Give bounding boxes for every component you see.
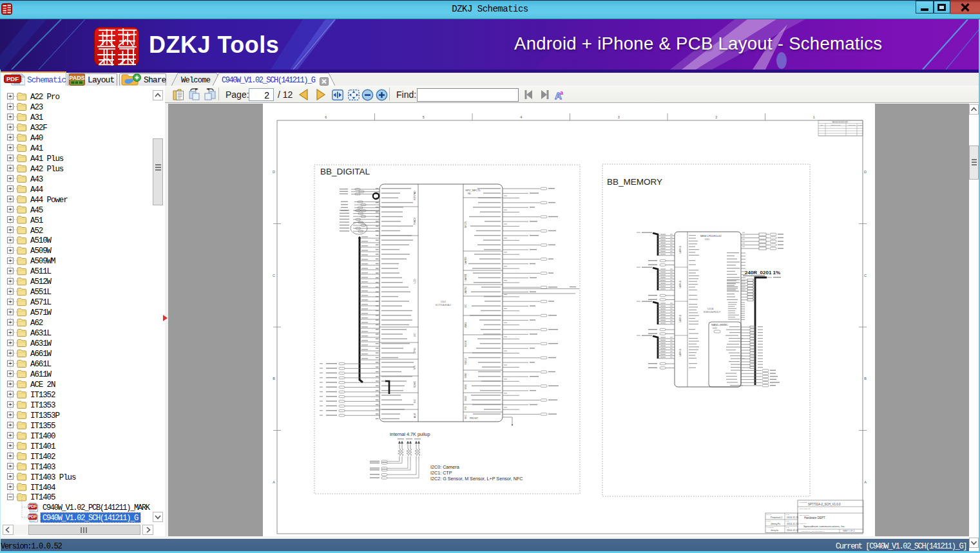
svg-text:5: 5 (423, 115, 425, 119)
svg-text:APPROVED: APPROVED (767, 527, 774, 528)
svg-text:DOCUMENT NO.: DOCUMENT NO. (800, 508, 811, 509)
svg-text:4: 4 (520, 115, 522, 119)
svg-text:I2C1: CTP: I2C1: CTP (430, 470, 452, 476)
svg-text:UART0: UART0 (465, 257, 467, 264)
svg-text:PDF: PDF (28, 504, 37, 509)
svg-text:JTAG: JTAG (465, 322, 467, 328)
svg-text:C940W_V1.02_SCH(141211)_G: C940W_V1.02_SCH(141211)_G (43, 514, 139, 523)
svg-text:A52: A52 (30, 227, 43, 236)
svg-text:A41 Plus: A41 Plus (30, 155, 64, 164)
svg-text:SDIO2: SDIO2 (465, 358, 467, 364)
svg-text:Spreadtrum communications, Inc: Spreadtrum communications, Inc. (803, 525, 845, 528)
svg-text:U101: U101 (441, 301, 446, 303)
svg-text:PROST: PROST (470, 417, 479, 420)
svg-text:NAND+EMMC: NAND+EMMC (711, 323, 728, 326)
svg-text:C: C (273, 274, 275, 277)
svg-text:LADR-B: LADR-B (679, 281, 682, 288)
svg-text:DATE: DATE (858, 124, 862, 126)
svg-text:2014-12-11: 2014-12-11 (787, 529, 798, 532)
svg-text:PDF: PDF (6, 75, 19, 82)
svg-text:3: 3 (618, 115, 620, 119)
svg-text:NFCTL: NFCTL (465, 221, 467, 228)
svg-text:PDF: PDF (28, 514, 37, 519)
svg-text:LADR-B: LADR-B (679, 246, 682, 254)
svg-text:DEPARTMENT: DEPARTMENT (800, 514, 810, 516)
svg-text:APPROVED: APPROVED (847, 124, 856, 126)
svg-text:LADR-B: LADR-B (679, 315, 682, 323)
svg-text:SEC: SEC (465, 414, 467, 419)
svg-text:SDMC: SDMC (414, 380, 416, 388)
svg-text:PAD: PAD (468, 192, 471, 195)
svg-text:LCD: LCD (414, 279, 416, 284)
svg-text:U202: U202 (713, 327, 718, 330)
svg-text:A509W: A509W (30, 247, 52, 256)
svg-text:A509WM: A509WM (30, 257, 55, 266)
svg-text:I2C: I2C (465, 304, 467, 308)
svg-text:2014-12-11: 2014-12-11 (787, 516, 798, 519)
svg-text:U201: U201 (705, 238, 710, 241)
svg-text:B: B (273, 377, 275, 380)
svg-text:UART1: UART1 (465, 274, 467, 281)
svg-text:SIM2: SIM2 (465, 396, 467, 401)
svg-text:C940W_V1.02_PCB(141211)_MARK: C940W_V1.02_PCB(141211)_MARK (43, 503, 151, 512)
svg-text:A510W: A510W (30, 236, 52, 245)
svg-text:A512W: A512W (30, 277, 52, 286)
svg-text:BB_MEMORY: BB_MEMORY (607, 177, 662, 187)
svg-text:A571L: A571L (30, 298, 52, 307)
svg-text:A41: A41 (30, 144, 43, 153)
svg-text:I2C0: Camera: I2C0: Camera (430, 464, 459, 470)
svg-text:A44 Power: A44 Power (30, 196, 68, 205)
svg-text:EIC: EIC (414, 399, 416, 403)
svg-text:IT1400: IT1400 (30, 432, 55, 441)
svg-text:CHECK: CHECK (767, 520, 772, 521)
svg-text:DATE: DATE (786, 520, 790, 521)
svg-text:COMPANY: COMPANY (800, 523, 807, 524)
svg-text:UART2: UART2 (465, 286, 467, 294)
svg-text:Perpetual.J: Perpetual.J (771, 516, 782, 519)
svg-text:ACE 2N: ACE 2N (30, 380, 55, 389)
svg-text:1: 1 (813, 115, 815, 119)
svg-text:DESCRIPTION: DESCRIPTION (831, 124, 841, 126)
svg-text:I2C: I2C (414, 333, 416, 337)
svg-text:SHEET 2 OF 12: SHEET 2 OF 12 (843, 530, 855, 532)
svg-text:IT1355: IT1355 (30, 422, 55, 431)
svg-text:A43: A43 (30, 175, 43, 184)
svg-text:240R_0201 1%: 240R_0201 1% (745, 270, 780, 276)
svg-text:A42 Plus: A42 Plus (30, 165, 64, 174)
svg-text:Hardware DEPT: Hardware DEPT (804, 516, 825, 520)
svg-text:SP7731A-2_SCH_V1.0.0: SP7731A-2_SCH_V1.0.0 (808, 503, 841, 506)
svg-text:2014-12-15: 2014-12-15 (787, 523, 798, 525)
svg-text:A611W: A611W (30, 370, 52, 379)
svg-text:A44: A44 (30, 185, 43, 194)
svg-text:a: a (560, 89, 564, 96)
svg-text:A551L: A551L (30, 288, 52, 297)
svg-text:SIM1: SIM1 (465, 384, 467, 389)
svg-text:REVISION HISTORY: REVISION HISTORY (832, 121, 849, 124)
svg-text:PTI: PTI (465, 406, 467, 409)
svg-text:D: D (864, 170, 867, 174)
svg-text:I2C2: G Sensor, M Sensor, L+P: I2C2: G Sensor, M Sensor, L+P Sensor, NF… (430, 476, 523, 482)
svg-text:MEM LPDDR2x32: MEM LPDDR2x32 (700, 234, 722, 238)
svg-text:A51: A51 (30, 216, 43, 225)
svg-text:6: 6 (325, 115, 327, 119)
svg-text:2: 2 (715, 115, 717, 119)
svg-text:A40: A40 (30, 134, 43, 143)
svg-text:IT1405: IT1405 (30, 493, 55, 502)
svg-text:A571W: A571W (30, 308, 52, 317)
svg-text:IT1401: IT1401 (30, 442, 55, 451)
svg-text:PROPRIETARY AND CONFIDENTIAL: PROPRIETARY AND CONFIDENTIAL (801, 530, 825, 532)
svg-text:A631W: A631W (30, 339, 52, 348)
svg-text:IT1403 Plus: IT1403 Plus (30, 473, 76, 482)
svg-text:DATE: DATE (786, 514, 790, 515)
svg-text:LADR-B: LADR-B (679, 349, 682, 357)
svg-text:B: B (864, 377, 867, 380)
svg-text:A62: A62 (30, 319, 43, 328)
svg-text:A22 Pro: A22 Pro (30, 93, 59, 102)
svg-text:IT1352: IT1352 (30, 391, 55, 400)
svg-text:GP2_NFCTL: GP2_NFCTL (465, 189, 481, 192)
svg-text:PADS: PADS (69, 75, 84, 81)
svg-text:EDB8132B4PB-8D-F: EDB8132B4PB-8D-F (704, 311, 721, 314)
svg-text:IT1353P: IT1353P (30, 411, 59, 420)
svg-text:A661W: A661W (30, 350, 52, 359)
svg-text:D: D (273, 170, 275, 174)
